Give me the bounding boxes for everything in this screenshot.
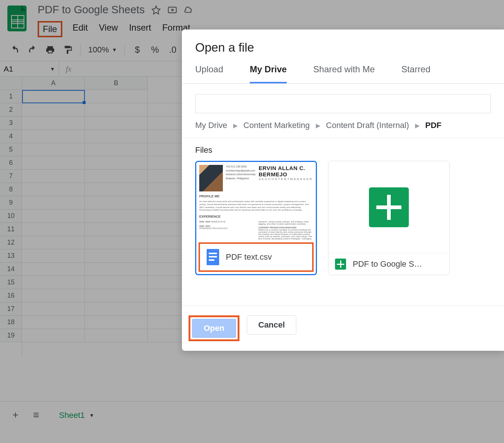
tab-upload[interactable]: Upload xyxy=(195,64,223,83)
file-card[interactable]: +63 912 158 8926 ervinbermejo@gmail.com … xyxy=(195,161,317,275)
breadcrumb-item[interactable]: My Drive xyxy=(195,121,227,130)
dialog-footer: Open Cancel xyxy=(182,305,504,351)
sheets-icon xyxy=(369,187,409,227)
file-preview xyxy=(328,161,449,253)
chevron-right-icon: ▶ xyxy=(233,122,238,129)
preview-photo xyxy=(199,165,223,191)
file-footer: PDF to Google S… xyxy=(328,253,449,275)
file-preview: +63 912 158 8926 ervinbermejo@gmail.com … xyxy=(196,162,316,240)
file-name: PDF to Google S… xyxy=(353,259,422,269)
breadcrumb-current: PDF xyxy=(425,121,442,130)
files-grid: +63 912 158 8926 ervinbermejo@gmail.com … xyxy=(182,161,504,275)
sheets-icon xyxy=(335,259,346,270)
cancel-button[interactable]: Cancel xyxy=(247,315,296,335)
breadcrumb-item[interactable]: Content Draft (Internal) xyxy=(326,121,409,130)
tab-my-drive[interactable]: My Drive xyxy=(250,64,287,83)
file-card[interactable]: PDF to Google S… xyxy=(328,161,450,275)
chevron-right-icon: ▶ xyxy=(415,122,420,129)
file-footer: PDF text.csv xyxy=(199,242,314,272)
dialog-tabs: Upload My Drive Shared with Me Starred xyxy=(182,64,504,84)
breadcrumb: My Drive ▶ Content Marketing ▶ Content D… xyxy=(182,121,504,138)
tab-shared[interactable]: Shared with Me xyxy=(313,64,375,83)
chevron-right-icon: ▶ xyxy=(316,122,320,129)
open-file-dialog: Open a file Upload My Drive Shared with … xyxy=(182,30,504,351)
dialog-title: Open a file xyxy=(182,30,504,64)
file-name: PDF text.csv xyxy=(226,252,272,262)
open-button-highlight: Open xyxy=(189,315,239,341)
files-heading: Files xyxy=(182,138,504,161)
docs-icon xyxy=(207,249,219,265)
search-input[interactable] xyxy=(195,94,491,113)
breadcrumb-item[interactable]: Content Marketing xyxy=(244,121,310,130)
tab-starred[interactable]: Starred xyxy=(401,64,431,83)
open-button[interactable]: Open xyxy=(192,319,236,338)
